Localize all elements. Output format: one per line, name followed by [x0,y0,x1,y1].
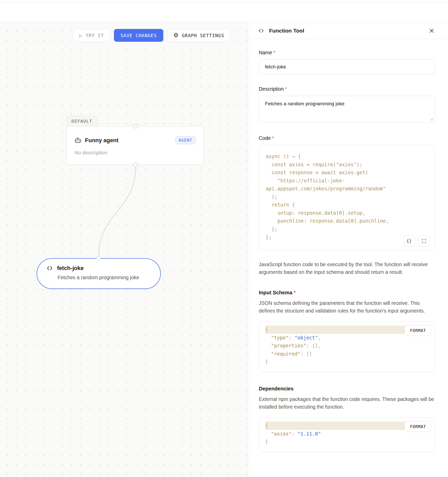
play-icon: ▷ [79,33,82,38]
panel-header: Function Tool [248,23,448,39]
agent-node-bottom-handle[interactable] [133,162,138,167]
code-brackets-icon [46,265,54,272]
code-content[interactable]: async () ⇒ { const axios = require("axio… [266,152,429,241]
tool-node-top-handle[interactable] [96,256,101,260]
input-schema-editor[interactable]: { "type": "object", "properties": {}, "r… [259,321,435,372]
code-help-text: JavaScript function code to be executed … [259,261,435,276]
format-braces-button[interactable]: {} [403,236,415,246]
agent-node[interactable]: Funny agent AGENT No description [67,126,204,165]
input-schema-label: Input Schema* [259,290,435,296]
required-asterisk: * [294,290,296,295]
tool-node-title: fetch-joke [57,265,84,272]
required-asterisk: * [285,86,287,92]
format-button[interactable]: FORMAT [404,421,431,432]
dependencies-editor[interactable]: { "axios": "1.11.0"} FORMAT [259,417,435,452]
agent-node-title: Funny agent [85,137,172,144]
dependencies-help-text: External npm packages that the function … [259,395,435,411]
code-brackets-icon [257,28,265,34]
dependencies-label: Dependencies [259,386,435,392]
name-input[interactable] [259,59,435,74]
tool-node-fetch-joke[interactable]: fetch-joke Fetches a random programming … [37,258,161,289]
format-button[interactable]: FORMAT [404,325,431,336]
top-divider [0,2,448,2]
top-bar [0,0,448,23]
maximize-icon [422,239,426,243]
fullscreen-button[interactable] [418,236,430,246]
node-edge [0,23,248,477]
save-changes-label: SAVE CHANGES [120,33,157,38]
graph-settings-label: GRAPH SETTINGS [182,33,224,38]
agent-node-description: No description [74,150,196,156]
close-icon[interactable] [428,27,435,34]
save-changes-button[interactable]: SAVE CHANGES [114,29,163,42]
description-label: Description* [259,86,435,92]
graph-settings-button[interactable]: ⚙ GRAPH SETTINGS [167,29,231,42]
code-editor[interactable]: async () ⇒ { const axios = require("axio… [259,145,435,251]
input-schema-help-text: JSON schema defining the parameters that… [259,299,435,315]
code-label: Code* [259,135,435,141]
gear-icon: ⚙ [174,33,179,38]
panel-title: Function Tool [269,28,424,34]
canvas-toolbar: ▷ TRY IT SAVE CHANGES ⚙ GRAPH SETTINGS [73,29,231,42]
graph-canvas[interactable]: ▷ TRY IT SAVE CHANGES ⚙ GRAPH SETTINGS D… [0,23,248,477]
required-asterisk: * [272,135,274,141]
try-it-label: TRY IT [86,33,104,38]
agent-node-top-handle[interactable] [133,124,138,129]
robot-icon [74,137,81,144]
group-tab-label: DEFAULT [71,119,92,124]
description-textarea[interactable]: Fetches a random programming joke [259,96,435,122]
required-asterisk: * [273,50,275,55]
agent-type-badge: AGENT [175,136,196,144]
name-label: Name* [259,50,435,56]
try-it-button[interactable]: ▷ TRY IT [73,29,110,42]
function-tool-panel: Function Tool Name* Description* Fetches… [248,23,448,477]
tool-node-description: Fetches a random programming joke [58,275,153,281]
group-tab-default[interactable]: DEFAULT [67,116,97,127]
resize-handle-icon[interactable] [430,117,433,121]
